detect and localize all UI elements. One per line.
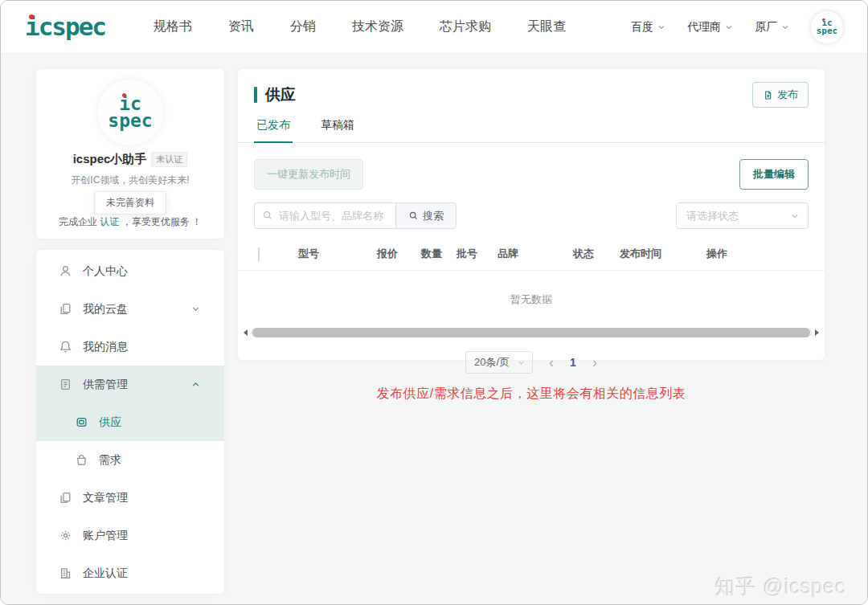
scrollbar-thumb[interactable] bbox=[252, 328, 810, 337]
dropdown-manufacturer[interactable]: 原厂 bbox=[755, 20, 790, 35]
sidebar-item-my-cloud[interactable]: 我的云盘 bbox=[36, 290, 224, 328]
top-navbar: icspec 规格书 资讯 分销 技术资源 芯片求购 天眼查 百度 代理商 原厂 bbox=[1, 1, 867, 54]
chevron-up-icon[interactable] bbox=[190, 379, 201, 390]
sidebar-item-label: 供应 bbox=[99, 415, 121, 430]
certification-hint: 完成企业 认证 ，享受更优服务 ！ bbox=[36, 215, 224, 229]
incomplete-profile-tooltip: 未完善资料 bbox=[94, 191, 166, 215]
column-header-price: 报价 bbox=[377, 247, 421, 261]
table-header-row: 型号 报价 数量 批号 品牌 状态 发布时间 操作 bbox=[238, 238, 825, 270]
profile-tagline: 开创IC领域，共创美好未来! bbox=[36, 174, 224, 187]
status-select[interactable]: 请选择状态 bbox=[676, 202, 809, 229]
profile-name: icspec小助手 bbox=[73, 152, 147, 167]
sidebar-item-account-management[interactable]: 账户管理 bbox=[36, 517, 224, 554]
scroll-right-arrow-icon[interactable] bbox=[815, 329, 819, 336]
search-input-wrap bbox=[254, 202, 395, 229]
status-select-placeholder: 请选择状态 bbox=[686, 209, 739, 223]
batch-edit-button[interactable]: 批量编辑 bbox=[739, 159, 809, 190]
logo-text: icspec bbox=[25, 12, 105, 41]
nav-item-distribution[interactable]: 分销 bbox=[290, 18, 316, 35]
hint-prefix: 完成企业 bbox=[59, 216, 100, 227]
column-header-status: 状态 bbox=[573, 247, 620, 261]
nav-item-datasheet[interactable]: 规格书 bbox=[154, 18, 192, 35]
sidebar-item-enterprise-certification[interactable]: 企业认证 bbox=[36, 554, 224, 592]
certification-link[interactable]: 认证 bbox=[100, 216, 119, 227]
current-page-number[interactable]: 1 bbox=[570, 356, 576, 369]
filter-row: 搜索 请选择状态 bbox=[238, 202, 825, 229]
search-button-label: 搜索 bbox=[423, 209, 444, 223]
scroll-left-arrow-icon[interactable] bbox=[244, 329, 248, 336]
column-header-publish-time: 发布时间 bbox=[620, 247, 706, 261]
sidebar-item-supply-demand[interactable]: 供需管理 bbox=[36, 366, 224, 403]
profile-card: ic spec icspec小助手 未认证 开创IC领域，共创美好未来! 未完善… bbox=[36, 69, 224, 239]
update-publish-time-button[interactable]: 一键更新发布时间 bbox=[254, 159, 363, 190]
column-header-brand: 品牌 bbox=[497, 247, 573, 261]
app-window: icspec 规格书 资讯 分销 技术资源 芯片求购 天眼查 百度 代理商 原厂 bbox=[0, 0, 868, 605]
panel-header: 供应 发布 bbox=[238, 69, 825, 108]
dropdown-baidu[interactable]: 百度 bbox=[631, 20, 666, 35]
page-size-select[interactable]: 20条/页 bbox=[465, 351, 533, 374]
bell-icon bbox=[59, 340, 72, 354]
next-page-button[interactable]: › bbox=[592, 355, 597, 370]
sidebar-item-label: 我的云盘 bbox=[83, 302, 128, 317]
chevron-down-icon bbox=[657, 22, 666, 32]
nav-item-chip-purchase[interactable]: 芯片求购 bbox=[440, 18, 491, 35]
documents-icon bbox=[59, 491, 72, 505]
nav-item-tianyancha[interactable]: 天眼查 bbox=[527, 18, 566, 35]
publish-button[interactable]: 发布 bbox=[752, 82, 809, 108]
document-icon bbox=[763, 90, 773, 100]
user-avatar[interactable]: ic spec bbox=[811, 11, 843, 43]
sidebar-item-personal-center[interactable]: 个人中心 bbox=[36, 252, 224, 290]
column-header-quantity: 数量 bbox=[421, 247, 457, 261]
annotation-text: 发布供应/需求信息之后，这里将会有相关的信息列表 bbox=[238, 386, 825, 403]
page-size-value: 20条/页 bbox=[474, 355, 510, 370]
page-title-text: 供应 bbox=[265, 84, 296, 105]
supply-icon bbox=[75, 415, 88, 429]
column-header-batch: 批号 bbox=[457, 247, 497, 261]
horizontal-scrollbar bbox=[244, 327, 819, 338]
supply-panel: 供应 发布 已发布 草稿箱 一键更新发布时间 批量编辑 bbox=[238, 69, 825, 360]
unverified-badge: 未认证 bbox=[151, 152, 187, 167]
avatar-text-bottom: spec bbox=[817, 27, 838, 35]
hint-suffix: ，享受更优服务 ！ bbox=[119, 216, 202, 227]
select-all-checkbox[interactable] bbox=[258, 247, 260, 261]
logo-red-dot-icon bbox=[29, 14, 34, 19]
nav-item-news[interactable]: 资讯 bbox=[228, 18, 254, 35]
search-group: 搜索 bbox=[254, 202, 457, 229]
sidebar-item-supply[interactable]: 供应 bbox=[36, 403, 224, 441]
chevron-down-icon bbox=[790, 211, 800, 221]
prev-page-button[interactable]: ‹ bbox=[549, 355, 554, 370]
shopping-bag-icon bbox=[75, 453, 88, 467]
column-header-actions: 操作 bbox=[706, 247, 825, 261]
zhihu-watermark: 知乎 @icspec bbox=[715, 574, 846, 600]
search-button[interactable]: 搜索 bbox=[395, 202, 457, 229]
gear-icon bbox=[59, 529, 72, 542]
search-input[interactable] bbox=[254, 202, 395, 229]
sidebar-item-label: 供需管理 bbox=[83, 378, 128, 392]
main-nav-menu: 规格书 资讯 分销 技术资源 芯片求购 天眼查 bbox=[154, 18, 566, 35]
profile-avatar-text-bottom: spec bbox=[108, 112, 152, 129]
sidebar-item-label: 个人中心 bbox=[83, 264, 128, 279]
user-icon bbox=[59, 264, 72, 278]
nav-item-tech-resources[interactable]: 技术资源 bbox=[352, 18, 403, 35]
title-accent-bar bbox=[254, 87, 257, 103]
column-header-model: 型号 bbox=[298, 247, 377, 261]
chevron-down-icon[interactable] bbox=[190, 304, 201, 314]
publish-button-label: 发布 bbox=[777, 88, 798, 102]
icspec-logo[interactable]: icspec bbox=[25, 14, 105, 39]
cloud-drive-icon bbox=[59, 302, 72, 316]
navbar-right-cluster: 百度 代理商 原厂 ic spec bbox=[631, 11, 843, 43]
avatar-red-dot-icon bbox=[822, 18, 825, 21]
sidebar-item-demand[interactable]: 需求 bbox=[36, 441, 224, 479]
tab-published[interactable]: 已发布 bbox=[254, 118, 293, 143]
search-icon bbox=[262, 210, 273, 221]
page-body: ic spec icspec小助手 未认证 开创IC领域，共创美好未来! 未完善… bbox=[1, 54, 867, 605]
tab-drafts[interactable]: 草稿箱 bbox=[318, 118, 357, 142]
controls-row: 一键更新发布时间 批量编辑 bbox=[238, 159, 825, 190]
chevron-down-icon bbox=[517, 358, 526, 367]
profile-avatar: ic spec bbox=[97, 80, 163, 145]
sidebar-item-article-management[interactable]: 文章管理 bbox=[36, 479, 224, 517]
dropdown-agent[interactable]: 代理商 bbox=[687, 20, 734, 35]
sidebar-item-label: 账户管理 bbox=[83, 529, 128, 543]
sidebar-item-my-messages[interactable]: 我的消息 bbox=[36, 328, 224, 366]
dropdown-baidu-label: 百度 bbox=[631, 20, 653, 35]
